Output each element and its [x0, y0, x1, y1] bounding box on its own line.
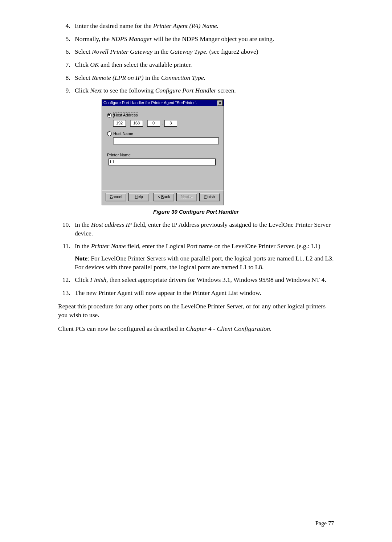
next-button: Next >	[176, 193, 197, 201]
host-address-label: Host Address	[113, 112, 138, 118]
help-button[interactable]: Help	[128, 193, 149, 201]
figure-caption: Figure 30 Configure Port Handler	[58, 208, 334, 215]
step-4: Enter the desired name for the Printer A…	[72, 22, 334, 30]
host-name-label: Host Name	[113, 131, 133, 136]
step-6: Select Novell Printer Gateway in the Gat…	[72, 48, 334, 56]
step-10: In the Host address IP field, enter the …	[72, 221, 334, 238]
instruction-list-1: Enter the desired name for the Printer A…	[58, 22, 334, 95]
titlebar: Configure Port Handler for Printer Agent…	[102, 100, 224, 106]
ip-address-row: 192. 168. 0. 3	[113, 120, 219, 127]
paragraph-client: Client PCs can now be configured as desc…	[58, 325, 334, 333]
instruction-list-2: In the Host address IP field, enter the …	[58, 221, 334, 297]
ip-octet-3[interactable]: 0	[147, 120, 160, 127]
step-5: Normally, the NDPS Manager will be the N…	[72, 35, 334, 44]
step-11: In the Printer Name field, enter the Log…	[72, 242, 334, 271]
cancel-button[interactable]: Cancel	[106, 193, 126, 201]
printer-name-label: Printer Name	[107, 152, 219, 158]
back-button[interactable]: < Back	[154, 193, 174, 201]
step-9: Click Next to see the following Configur…	[72, 86, 334, 95]
step-7: Click OK and then select the available p…	[72, 61, 334, 69]
host-address-radio-row[interactable]: Host Address	[107, 112, 219, 118]
page-number: Page 77	[315, 520, 334, 527]
printer-name-input[interactable]: L1	[109, 159, 216, 165]
ip-octet-2[interactable]: 168	[130, 120, 143, 127]
host-name-radio-row[interactable]: Host Name	[107, 131, 219, 136]
paragraph-repeat: Repeat this procedure for any other port…	[58, 302, 334, 319]
configure-port-handler-dialog: Configure Port Handler for Printer Agent…	[102, 99, 224, 205]
host-name-input[interactable]	[113, 137, 219, 144]
host-name-radio[interactable]	[107, 131, 112, 136]
close-icon: ✕	[219, 101, 221, 105]
button-row: Cancel Help < Back Next > Finish	[102, 190, 224, 205]
ip-octet-4[interactable]: 3	[164, 120, 177, 127]
ip-octet-1[interactable]: 192	[113, 120, 126, 127]
step-12: Click Finish, then select appropriate dr…	[72, 276, 334, 284]
step-13: The new Printer Agent will now appear in…	[72, 289, 334, 297]
step-8: Select Remote (LPR on IP) in the Connect…	[72, 74, 334, 82]
dialog-title: Configure Port Handler for Printer Agent…	[103, 100, 197, 106]
finish-button[interactable]: Finish	[199, 193, 220, 201]
close-button[interactable]: ✕	[217, 100, 223, 106]
host-address-radio[interactable]	[107, 113, 112, 118]
